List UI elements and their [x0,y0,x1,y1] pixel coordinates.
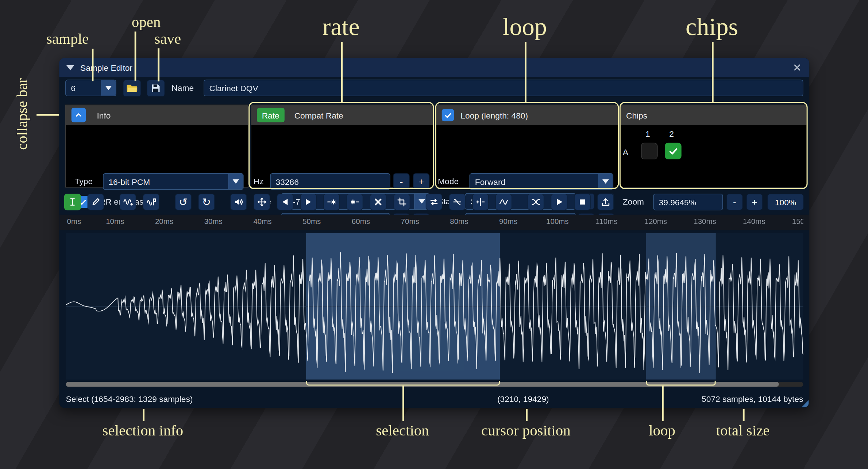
waveform-scrollbar[interactable] [66,382,803,387]
fade-in-icon [280,197,290,207]
sign-button[interactable] [472,194,489,210]
timeline-label: 90ms [499,217,517,226]
timeline-label: 130ms [694,217,716,226]
close-icon[interactable] [793,63,801,71]
info-panel-header: Info [66,105,248,125]
filter-icon [499,197,509,207]
timeline-label: 60ms [352,217,370,226]
annotation-open: open [132,14,161,31]
annotation-cursor-position: cursor position [481,422,571,439]
hz-minus-button[interactable]: - [393,173,410,190]
waveform-view[interactable] [66,233,803,380]
create-wavetable-icon [146,197,156,207]
resize-grip[interactable] [802,400,809,407]
name-label: Name [171,80,194,96]
scrollbar-handle[interactable] [66,382,779,387]
timeline-labels: 0ms10ms20ms30ms40ms50ms60ms70ms80ms90ms1… [66,215,803,230]
sample-number-select[interactable]: 6 [65,80,116,96]
sample-number-dropdown-button[interactable] [101,80,116,96]
reverse-icon [429,197,439,207]
insert-silence-button[interactable] [323,194,340,210]
zoom-reset-button[interactable]: 100% [767,194,804,210]
timeline-label: 80ms [450,217,468,226]
create-wavetable-button[interactable] [143,194,159,210]
resample-button[interactable] [120,194,136,210]
delete-button[interactable] [370,194,387,210]
type-select[interactable]: 16-bit PCM [103,173,243,190]
waveform-canvas [66,233,803,380]
insert-silence-icon [327,197,336,207]
trim-icon [397,197,407,207]
select-mode-button[interactable] [64,194,81,210]
redo-icon: ↻ [202,197,211,207]
preview-button[interactable] [551,194,568,210]
crossfade-icon [531,197,541,207]
chevron-down-icon [105,86,112,90]
hz-plus-button[interactable]: + [413,173,430,190]
filter-button[interactable] [495,194,512,210]
save-button[interactable] [147,80,165,97]
timeline-label: 120ms [645,217,667,226]
stop-preview-button[interactable] [574,194,591,210]
redo-button[interactable]: ↻ [198,194,215,210]
normalize-icon [257,197,267,207]
hz-input[interactable] [270,173,390,190]
type-dropdown-button[interactable] [228,174,243,189]
chevron-down-icon [602,179,609,184]
check-icon [444,111,452,119]
timeline-label: 30ms [204,217,223,226]
chip-row-label: A [623,144,628,160]
chip-a-1-checkbox[interactable] [641,143,658,159]
invert-button[interactable] [449,194,466,210]
zoom-input[interactable] [653,194,723,210]
annotation-line-selection-info [143,409,144,421]
sample-editor-window: Sample Editor 6 Name [59,58,809,408]
annotation-total-size: total size [716,422,770,439]
trim-button[interactable] [394,194,410,210]
total-size-text: 5072 samples, 10144 bytes [702,391,803,407]
rate-panel-title: Compat Rate [294,111,343,120]
timeline-label: 20ms [155,217,173,226]
chip-a-2-checkbox[interactable] [665,143,682,159]
reverse-button[interactable] [426,194,443,210]
undo-icon: ↺ [179,197,188,207]
draw-mode-button[interactable] [88,194,104,210]
apply-silence-button[interactable] [347,194,363,210]
crossfade-button[interactable] [528,194,544,210]
loop-checkbox[interactable] [442,109,454,121]
collapse-bar-button[interactable] [72,108,86,122]
annotation-rate: rate [322,12,359,41]
timeline-ruler[interactable]: 0ms10ms20ms30ms40ms50ms60ms70ms80ms90ms1… [59,215,809,230]
rate-badge-button[interactable]: Rate [257,108,284,122]
loop-mode-select[interactable]: Forward [470,173,613,190]
zoom-plus-button[interactable]: + [746,194,763,210]
fade-out-button[interactable] [300,194,317,210]
window-collapse-icon[interactable] [66,65,74,70]
mode-label: Mode [438,173,459,190]
zoom-minus-button[interactable]: - [726,194,743,210]
check-icon [668,146,679,156]
type-label: Type [75,173,93,190]
name-input[interactable] [204,80,803,96]
stage: Sample Editor 6 Name [0,0,868,469]
annotation-line-collapse-bar [36,114,59,116]
chips-panel-title: Chips [626,111,647,120]
select-mode-icon [67,197,77,207]
loop-mode-dropdown-button[interactable] [598,174,613,189]
window-title: Sample Editor [80,63,132,72]
chevron-down-icon [418,199,425,204]
upload-button[interactable] [597,194,614,210]
apply-silence-icon [350,197,360,207]
resample-icon [123,197,133,207]
fade-in-button[interactable] [277,194,294,210]
chip-column-2: 2 [669,125,674,142]
undo-button[interactable]: ↺ [175,194,192,210]
open-button[interactable] [123,80,141,97]
normalize-button[interactable] [254,194,270,210]
rate-panel-header: Rate Compat Rate [251,105,433,125]
timeline-label: 150ms [792,217,803,226]
amplify-button[interactable] [230,194,247,210]
titlebar[interactable]: Sample Editor [59,58,809,77]
annotation-loop-marker: loop [649,422,675,439]
timeline-label: 100ms [546,217,568,226]
